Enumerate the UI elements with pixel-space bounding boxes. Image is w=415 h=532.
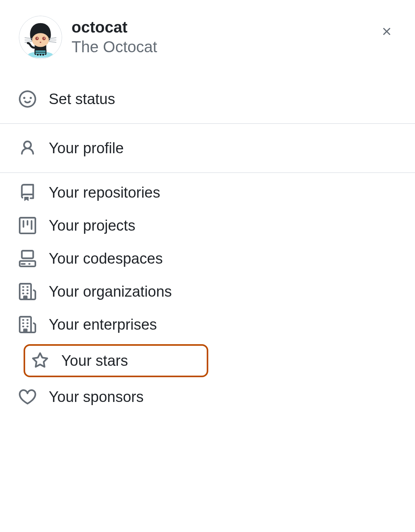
smiley-icon xyxy=(19,90,36,108)
set-status-label: Set status xyxy=(49,91,115,108)
your-repositories-item[interactable]: Your repositories xyxy=(0,176,415,209)
user-menu-panel: octocat The Octocat Set status Your prof… xyxy=(0,0,415,532)
your-organizations-item[interactable]: Your organizations xyxy=(0,275,415,308)
octocat-avatar-icon xyxy=(19,16,62,59)
status-section: Set status xyxy=(0,75,415,123)
svg-point-6 xyxy=(44,38,45,39)
repo-icon xyxy=(19,184,36,201)
close-icon xyxy=(380,25,393,38)
your-repositories-label: Your repositories xyxy=(49,184,160,201)
enterprise-icon xyxy=(19,316,36,333)
your-stars-label: Your stars xyxy=(61,352,128,369)
star-icon xyxy=(31,352,49,369)
svg-point-2 xyxy=(32,33,49,47)
your-codespaces-label: Your codespaces xyxy=(49,250,163,267)
user-header: octocat The Octocat xyxy=(0,16,415,75)
avatar[interactable] xyxy=(19,16,62,59)
your-stars-item[interactable]: Your stars xyxy=(24,344,208,377)
svg-point-3 xyxy=(35,37,39,40)
resources-section: Your repositories Your projects Your cod… xyxy=(0,173,415,416)
your-projects-item[interactable]: Your projects xyxy=(0,209,415,242)
username: octocat xyxy=(72,18,368,37)
organization-icon xyxy=(19,283,36,300)
user-fullname: The Octocat xyxy=(72,37,368,57)
your-profile-item[interactable]: Your profile xyxy=(0,132,415,165)
your-profile-label: Your profile xyxy=(49,140,124,157)
svg-point-4 xyxy=(42,37,46,40)
your-enterprises-label: Your enterprises xyxy=(49,316,157,333)
project-icon xyxy=(19,217,36,234)
your-codespaces-item[interactable]: Your codespaces xyxy=(0,242,415,275)
person-icon xyxy=(19,139,36,157)
close-button[interactable] xyxy=(377,22,396,41)
your-enterprises-item[interactable]: Your enterprises xyxy=(0,308,415,341)
your-sponsors-item[interactable]: Your sponsors xyxy=(0,380,415,413)
user-info: octocat The Octocat xyxy=(72,18,368,57)
set-status-item[interactable]: Set status xyxy=(0,83,415,116)
your-organizations-label: Your organizations xyxy=(49,283,172,300)
profile-section: Your profile xyxy=(0,124,415,172)
your-projects-label: Your projects xyxy=(49,217,135,234)
your-sponsors-label: Your sponsors xyxy=(49,389,144,405)
codespaces-icon xyxy=(19,250,36,267)
svg-point-5 xyxy=(37,38,38,39)
svg-point-7 xyxy=(40,42,41,43)
heart-icon xyxy=(19,388,36,405)
